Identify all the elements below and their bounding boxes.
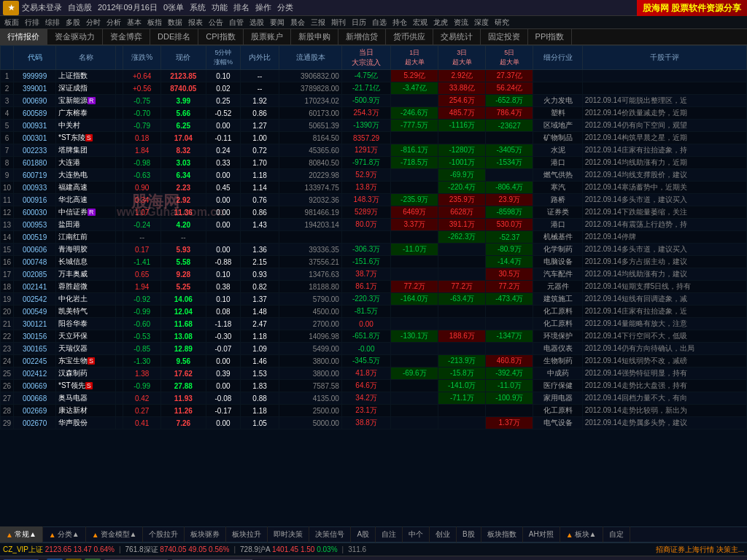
th-d5[interactable]: 5日超大单: [486, 46, 533, 70]
cell-name[interactable]: 江南红前: [56, 231, 116, 244]
cell-name[interactable]: 大连热电: [56, 169, 116, 182]
cell-code[interactable]: 600719: [14, 169, 56, 182]
cell-code[interactable]: 002245: [14, 355, 56, 368]
cell-name[interactable]: 广东榕泰: [56, 107, 116, 120]
th-price[interactable]: 现价: [160, 46, 206, 70]
table-row[interactable]: 14 000519 江南红前 -- -- -262.3万 -52.37 机械基件…: [1, 231, 747, 244]
cell-name[interactable]: 中信证券R: [56, 206, 116, 219]
snav-morning[interactable]: 晨会: [287, 18, 308, 28]
cell-name[interactable]: 东宝生物S: [56, 355, 116, 368]
th-inflow[interactable]: 当日大宗流入: [341, 46, 390, 70]
cell-name[interactable]: 中关村: [56, 120, 116, 132]
th-m5[interactable]: 5分钟涨幅%: [206, 46, 240, 70]
cell-name[interactable]: 大连港: [56, 157, 116, 169]
th-comment[interactable]: 千股千评: [582, 46, 746, 70]
th-industry[interactable]: 细分行业: [533, 46, 582, 70]
cell-name[interactable]: 盐田港: [56, 219, 116, 231]
table-row[interactable]: 15 000606 青海明胶 0.17 5.93 0.00 1.36 39336…: [1, 244, 747, 256]
cell-name[interactable]: 青海明胶: [56, 244, 116, 256]
cell-code[interactable]: 000669: [14, 380, 56, 392]
cell-name[interactable]: 华北高速: [56, 194, 116, 206]
cell-code[interactable]: 002141: [14, 281, 56, 293]
nav-system[interactable]: 系统: [190, 2, 206, 13]
snav-news[interactable]: 要闻: [267, 18, 287, 28]
snav-time[interactable]: 分时: [83, 18, 104, 28]
table-row[interactable]: 24 002245 东宝生物S -1.30 9.56 0.00 1.46 380…: [1, 355, 747, 368]
table-row[interactable]: 26 000669 *ST领先S -0.99 27.88 0.00 1.83 7…: [1, 380, 747, 392]
cell-name[interactable]: 天瑞仪器: [56, 343, 116, 355]
nav-function[interactable]: 功能: [212, 2, 228, 13]
cell-code[interactable]: 000549: [14, 306, 56, 318]
snav-index[interactable]: 板指: [144, 18, 165, 28]
cell-name[interactable]: 凯美特气: [56, 306, 116, 318]
btab-startup[interactable]: 创业: [430, 526, 457, 542]
cell-code[interactable]: 999999: [14, 70, 56, 82]
th-name[interactable]: 名称: [56, 46, 116, 70]
tab-ipo[interactable]: 新股申购: [291, 29, 338, 45]
table-row[interactable]: 18 002141 蓉胜超微 1.94 5.25 0.38 0.82 18188…: [1, 281, 747, 293]
snav-calendar[interactable]: 日历: [349, 18, 369, 28]
cell-name[interactable]: *ST东陵S: [56, 132, 116, 144]
btab-ah[interactable]: AH对照: [523, 526, 560, 542]
snav-comprank[interactable]: 综排: [42, 18, 63, 28]
btab-category[interactable]: ▲分类▲: [43, 526, 86, 542]
snav-multi[interactable]: 多股: [63, 18, 83, 28]
cell-name[interactable]: 奥马电器: [56, 392, 116, 405]
cell-name[interactable]: *ST领先S: [56, 380, 116, 392]
th-float[interactable]: 流通股本: [279, 46, 342, 70]
th-d1[interactable]: 1日超大单: [391, 46, 438, 70]
table-row[interactable]: 25 002412 汉森制药 1.38 17.62 0.39 1.53 3800…: [1, 368, 747, 380]
cell-code[interactable]: 000301: [14, 132, 56, 144]
cell-code[interactable]: 000916: [14, 194, 56, 206]
table-row[interactable]: 16 000748 长城信息 -1.41 5.58 -0.88 2.15 375…: [1, 256, 747, 268]
snav-announce[interactable]: 公告: [206, 18, 226, 28]
btab-rise[interactable]: 个股拉升: [143, 526, 185, 542]
snav-position[interactable]: 持仓: [390, 18, 410, 28]
table-row[interactable]: 5 000931 中关村 -0.79 6.25 0.00 1.27 50651.…: [1, 120, 747, 132]
cell-code[interactable]: 600589: [14, 107, 56, 120]
snav-self[interactable]: 自管: [226, 18, 247, 28]
nav-operation[interactable]: 操作: [255, 2, 271, 13]
btab-sector-idx[interactable]: 板块指数: [481, 526, 523, 542]
th-code[interactable]: 代码: [14, 46, 56, 70]
snav-reports[interactable]: 三报: [308, 18, 328, 28]
btab-mid[interactable]: 中个: [403, 526, 430, 542]
table-row[interactable]: 13 000953 盐田港 -0.24 4.20 0.00 1.43 19420…: [1, 219, 747, 231]
cell-code[interactable]: 000748: [14, 256, 56, 268]
nav-rank[interactable]: 排名: [233, 2, 249, 13]
snav-dragon[interactable]: 龙虎: [430, 18, 451, 28]
btab-watch[interactable]: 自注: [376, 526, 403, 542]
snav-depth[interactable]: 深度: [471, 18, 492, 28]
table-row[interactable]: 23 300165 天瑞仪器 -0.85 12.89 -0.07 1.09 54…: [1, 343, 747, 355]
table-row[interactable]: 22 300156 天立环保 -0.53 13.08 -0.30 1.18 14…: [1, 330, 747, 343]
table-row[interactable]: 20 000549 凯美特气 -0.99 12.04 0.08 1.48 450…: [1, 306, 747, 318]
nav-trade[interactable]: 交易未登录: [22, 2, 62, 13]
table-row[interactable]: 27 000668 奥马电器 0.42 11.93 -0.08 0.88 413…: [1, 392, 747, 405]
tab-account[interactable]: 股票账户: [244, 29, 291, 45]
nav-watchlist[interactable]: 自选股: [68, 2, 92, 13]
snav-basic[interactable]: 基本: [124, 18, 144, 28]
cell-code[interactable]: 300156: [14, 330, 56, 343]
btab-ashare[interactable]: A股: [351, 526, 376, 542]
cell-name[interactable]: 福建高速: [56, 182, 116, 194]
cell-code[interactable]: 000519: [14, 231, 56, 244]
cell-name[interactable]: 上证指数: [56, 70, 116, 82]
cell-name[interactable]: 深证成指: [56, 82, 116, 95]
cell-code[interactable]: 300165: [14, 343, 56, 355]
snav-pick[interactable]: 选股: [247, 18, 267, 28]
cell-code[interactable]: 000933: [14, 182, 56, 194]
cell-name[interactable]: 宝新能源R: [56, 95, 116, 107]
tab-ppi[interactable]: PPI指数: [528, 29, 573, 45]
table-row[interactable]: 17 002085 万丰奥威 0.65 9.28 0.10 0.93 13476…: [1, 268, 747, 281]
nav-category[interactable]: 分类: [277, 2, 293, 13]
snav-period[interactable]: 期刊: [328, 18, 349, 28]
cell-code[interactable]: 000668: [14, 392, 56, 405]
cell-name[interactable]: 华声股份: [56, 417, 116, 429]
table-row[interactable]: 8 601880 大连港 -0.98 3.03 0.33 1.70 80840.…: [1, 157, 747, 169]
table-row[interactable]: 9 600719 大连热电 -0.63 6.34 0.00 1.18 20229…: [1, 169, 747, 182]
snav-data[interactable]: 数据: [165, 18, 185, 28]
cell-name[interactable]: 中化岩土: [56, 293, 116, 306]
tab-trade[interactable]: 交易统计: [433, 29, 481, 45]
snav-rowrank[interactable]: 行排: [22, 18, 42, 28]
snav-analysis[interactable]: 分析: [104, 18, 124, 28]
